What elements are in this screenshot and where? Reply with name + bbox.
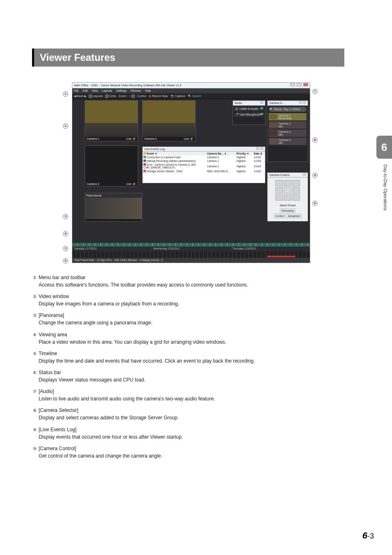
selector-camera-1[interactable]: Camera 1Recording	[269, 113, 307, 120]
menu-file[interactable]: File	[74, 89, 78, 92]
tb-capture[interactable]: 📷 Capture	[171, 93, 185, 99]
definition-item: ⑧[Camera Selector]Display and select cam…	[32, 407, 344, 421]
window-title: Main Office - SS01 - Canon Network Video…	[74, 83, 181, 88]
menu-bar[interactable]: File Edit View Layouts Settings Window H…	[72, 88, 310, 93]
definition-item: ②Video windowDisplay live images from a …	[32, 294, 344, 307]
selector-camera-3[interactable]: Camera 3Idle	[269, 130, 307, 137]
video-window-2[interactable]: Camera 2Live ⚡	[142, 100, 196, 141]
definition-item: ④Viewing areaPlace a video window in thi…	[32, 332, 344, 345]
control-title: Camera Control	[269, 173, 289, 177]
definition-item: ③[Panorama]Change the camera angle using…	[32, 312, 344, 326]
page-number: 6-3	[362, 530, 374, 541]
definition-item: ⑨[Live Events Log]Display events that oc…	[32, 427, 344, 440]
log-row[interactable]: Error : Cannot Connect to Camera (1.002 …	[143, 163, 265, 169]
window-buttons[interactable]	[289, 83, 308, 88]
chapter-name: Day-to-Day Operations	[383, 164, 388, 211]
toolbar[interactable]: ◀ Back ▶ Layouts Grids Zoom : ─ Control …	[72, 93, 310, 99]
menu-edit[interactable]: Edit	[83, 89, 88, 92]
log-row[interactable]: Manual Recording Started (administrator)…	[143, 159, 265, 163]
marker-6: ⑥	[63, 258, 68, 264]
tb-grids[interactable]: Grids	[105, 93, 116, 99]
tb-layouts[interactable]: Layouts	[89, 93, 103, 99]
tb-record[interactable]: Record Now	[149, 93, 168, 99]
minimize-icon[interactable]	[290, 83, 295, 86]
preset-select[interactable]: Select Preset	[267, 203, 308, 208]
camera-selector-panel[interactable]: Camera S... 🔍 Name, Tag or Status Camera…	[267, 100, 308, 162]
screenshot-figure: ① ② ③ ④ ⑤ ⑥ ⑦ ⑧ ⑨ ⑩ Main Office - SS01 -…	[63, 82, 314, 263]
marker-8: ⑧	[312, 137, 318, 143]
menu-help[interactable]: Help	[145, 89, 151, 92]
chapter-tab: 6	[376, 136, 392, 159]
panorama-button[interactable]: Panorama	[280, 208, 295, 213]
definition-item: ⑤TimelineDisplay the time and date and e…	[32, 351, 344, 364]
control-tab[interactable]: Control	[274, 214, 286, 218]
marker-4: ④	[63, 231, 68, 236]
viewing-area[interactable]: Camera 1Live ⚡ Camera 2Live ⚡ Camera 3Li…	[72, 99, 310, 236]
marker-5: ⑤	[63, 246, 68, 251]
selector-camera-4[interactable]: Camera 4Idle	[269, 138, 307, 145]
status-bar: Total Frame Rate : 10.1fps CPU : 16% Vid…	[72, 258, 310, 263]
panel-close-icon[interactable]	[260, 101, 263, 104]
camera-control-panel[interactable]: Camera Control Select Preset Panorama Co…	[267, 172, 308, 222]
marker-9: ⑨	[312, 173, 318, 178]
selector-camera-2[interactable]: Camera 2Idle	[269, 121, 307, 129]
definition-item: ⑦[Audio]Listen to live audio and transmi…	[32, 388, 344, 402]
timeline[interactable]: Tuesday 1/17/2012 Wednesday 1/18/2012 Th…	[72, 246, 310, 258]
menu-window[interactable]: Window	[131, 89, 141, 92]
selector-title: Camera S...	[269, 101, 284, 105]
menu-layouts[interactable]: Layouts	[102, 89, 112, 92]
menu-settings[interactable]: Settings	[116, 89, 127, 92]
audio-panel[interactable]: Audio 🔊 Listen to Audio 🎤 Use Microphone	[233, 100, 265, 125]
listen-audio-button[interactable]: 🔊 Listen to Audio	[234, 106, 264, 111]
video-window-3[interactable]: Camera 3Live ⚡	[85, 146, 138, 187]
tb-search[interactable]: 🔍 Search	[188, 93, 201, 99]
panorama-panel[interactable]: Panorama	[85, 193, 142, 222]
marker-3: ③	[63, 214, 68, 219]
section-header: Viewer Features	[32, 49, 344, 67]
tb-back[interactable]: ◀ Back ▶	[74, 93, 86, 99]
log-row[interactable]: Connection to Camera FixedCamera 3Highes…	[143, 155, 265, 159]
maximize-icon[interactable]	[297, 83, 302, 86]
close-icon[interactable]	[303, 83, 308, 86]
video-window-1[interactable]: Camera 1Live ⚡	[85, 100, 138, 141]
window-titlebar: Main Office - SS01 - Canon Network Video…	[72, 83, 310, 88]
audio-title: Audio	[235, 101, 242, 105]
ptz-arrows[interactable]	[275, 180, 300, 201]
viewer-window: Main Office - SS01 - Canon Network Video…	[72, 82, 310, 263]
definition-item: ⑩[Camera Control]Get control of the came…	[32, 446, 344, 459]
log-row[interactable]: Storage Server Started : SS01fe80::1833:…	[143, 169, 265, 173]
definitions-list: ①Menu bar and toolbarAccess this softwar…	[32, 275, 344, 459]
definition-item: ①Menu bar and toolbarAccess this softwar…	[32, 275, 344, 288]
use-microphone-button[interactable]: 🎤 Use Microphone	[234, 112, 264, 117]
live-events-log-panel[interactable]: Live Events Log Event ▼ Camera Na... ▼ P…	[142, 146, 265, 183]
tb-zoom[interactable]: Zoom : ─	[119, 93, 135, 99]
camera-search-input[interactable]: 🔍 Name, Tag or Status	[269, 107, 307, 112]
definition-item: ⑥Status barDisplays Viewer status messag…	[32, 370, 344, 383]
menu-view[interactable]: View	[92, 89, 98, 92]
tb-control[interactable]: Control	[137, 93, 147, 99]
marker-1: ①	[63, 91, 68, 97]
marker-2: ②	[63, 123, 68, 129]
marker-7: ⑦	[312, 89, 318, 94]
marker-10: ⑩	[312, 201, 318, 206]
log-title: Live Events Log	[144, 147, 165, 151]
timeline-strip[interactable]	[72, 243, 310, 246]
advanced-tab[interactable]: Advanced	[286, 214, 302, 218]
